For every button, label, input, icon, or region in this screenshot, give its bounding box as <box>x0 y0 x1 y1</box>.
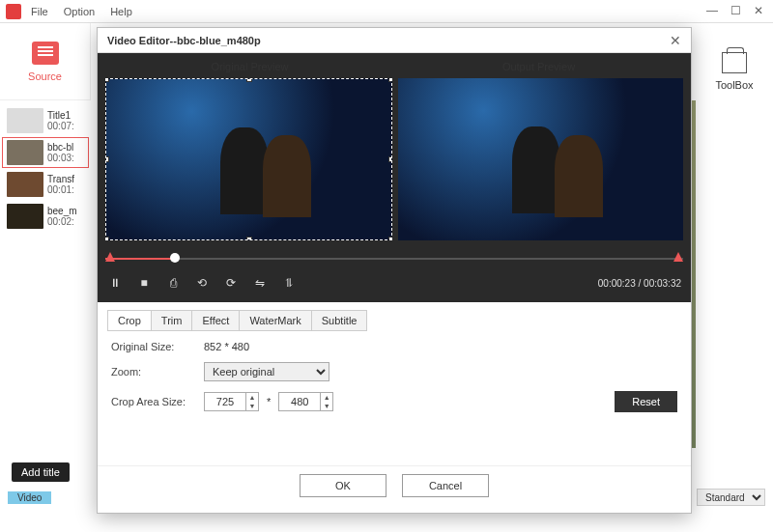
app-logo <box>6 4 21 19</box>
cancel-button[interactable]: Cancel <box>402 474 489 497</box>
editor-tabs: Crop Trim Effect WaterMark Subtitle <box>107 310 367 331</box>
original-size-label: Original Size: <box>111 341 204 352</box>
tab-watermark[interactable]: WaterMark <box>240 311 311 330</box>
menu-help[interactable]: Help <box>110 6 132 17</box>
list-item[interactable]: Title100:07: <box>2 105 89 136</box>
tab-trim[interactable]: Trim <box>152 311 193 330</box>
clip-thumb <box>7 172 43 197</box>
crop-area-label: Crop Area Size: <box>111 396 204 407</box>
menu-option[interactable]: Option <box>64 6 95 17</box>
minimize-button[interactable]: — <box>705 4 719 17</box>
clip-list: Title100:07: bbc-bl00:03: Transf00:01: b… <box>0 100 91 506</box>
tab-effect[interactable]: Effect <box>192 311 240 330</box>
chevron-up-icon[interactable]: ▲ <box>246 393 258 402</box>
rotate-left-icon[interactable]: ⟲ <box>194 275 210 291</box>
quality-select[interactable]: Standard <box>697 489 765 506</box>
rotate-right-icon[interactable]: ⟳ <box>223 275 239 291</box>
flip-h-icon[interactable]: ⇋ <box>252 275 268 291</box>
original-preview-label: Original Preview <box>105 59 394 74</box>
zoom-label: Zoom: <box>111 366 204 378</box>
close-icon[interactable]: ✕ <box>670 33 681 48</box>
source-icon <box>32 42 59 65</box>
playhead[interactable] <box>170 253 180 263</box>
clip-thumb <box>7 108 43 133</box>
video-editor-dialog: Video Editor--bbc-blue_m480p ✕ Original … <box>97 27 692 514</box>
video-badge: Video <box>8 491 51 504</box>
times-label: * <box>267 396 271 407</box>
source-tab[interactable]: Source <box>0 23 91 100</box>
pause-icon[interactable]: ⏸ <box>107 275 123 291</box>
ok-button[interactable]: OK <box>300 474 386 497</box>
toolbox-tab[interactable]: ToolBox <box>715 52 753 91</box>
add-title-button[interactable]: Add title <box>12 462 70 482</box>
list-item[interactable]: bee_m00:02: <box>2 201 89 232</box>
list-item[interactable]: Transf00:01: <box>2 169 89 200</box>
zoom-select[interactable]: Keep original <box>204 362 329 381</box>
menubar: File Option Help <box>0 0 773 23</box>
time-display: 00:00:23 / 00:03:32 <box>598 278 681 289</box>
output-preview <box>398 78 683 240</box>
output-preview-label: Output Preview <box>394 59 683 74</box>
clip-thumb <box>7 204 43 229</box>
chevron-down-icon[interactable]: ▼ <box>246 402 258 410</box>
chevron-up-icon[interactable]: ▲ <box>321 393 332 402</box>
source-label: Source <box>28 70 62 82</box>
tab-subtitle[interactable]: Subtitle <box>312 311 367 330</box>
stop-icon[interactable]: ■ <box>136 275 152 291</box>
clip-thumb <box>7 140 43 165</box>
toolbox-icon <box>722 52 747 73</box>
chevron-down-icon[interactable]: ▼ <box>321 402 332 410</box>
original-size-value: 852 * 480 <box>204 341 249 352</box>
crop-height-input[interactable] <box>278 392 321 411</box>
maximize-button[interactable]: ☐ <box>729 4 742 17</box>
original-preview[interactable] <box>105 78 392 240</box>
list-item[interactable]: bbc-bl00:03: <box>2 137 89 168</box>
close-window-button[interactable]: ✕ <box>752 4 765 17</box>
flip-v-icon[interactable]: ⥮ <box>281 275 297 291</box>
toolbox-label: ToolBox <box>715 79 753 91</box>
dialog-title: Video Editor--bbc-blue_m480p <box>107 35 261 46</box>
snapshot-icon[interactable]: ⎙ <box>165 275 181 291</box>
menu-file[interactable]: File <box>31 6 48 17</box>
reset-button[interactable]: Reset <box>615 391 677 412</box>
crop-width-input[interactable] <box>204 392 246 411</box>
timeline-slider[interactable] <box>105 250 683 267</box>
tab-crop[interactable]: Crop <box>108 311 152 330</box>
